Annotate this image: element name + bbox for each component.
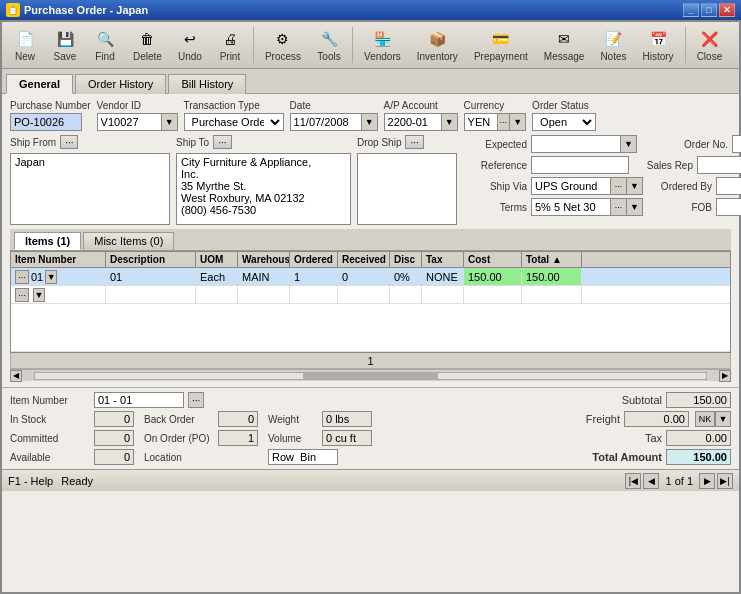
help-label: F1 - Help [8,475,53,487]
col-header-total: Total ▲ [522,252,582,267]
back-order-input[interactable] [218,411,258,427]
page-first-btn[interactable]: |◀ [625,473,641,489]
freight-row: Freight NK ▼ [531,411,731,427]
order-status-select[interactable]: Open [532,113,596,131]
vendor-id-input[interactable] [97,113,162,131]
delete-button[interactable]: 🗑 Delete [126,25,169,65]
new-button[interactable]: 📄 New [6,25,44,65]
tab-general[interactable]: General [6,74,73,94]
currency-dots-btn[interactable]: ··· [498,113,511,131]
cell-tax: NONE [422,268,464,285]
currency-input[interactable] [464,113,498,131]
volume-input[interactable] [322,430,372,446]
in-stock-input[interactable] [94,411,134,427]
inventory-button[interactable]: 📦 Inventory [410,25,465,65]
reference-input[interactable] [531,156,629,174]
terms-input[interactable] [531,198,611,216]
window-title: Purchase Order - Japan [24,4,148,16]
terms-dropdown-btn[interactable]: ▼ [627,198,643,216]
hscroll-thumb[interactable] [303,373,437,379]
ship-to-line5: (800) 456-7530 [181,204,346,216]
hscroll-track[interactable] [34,372,707,380]
ship-to-line2: Inc. [181,168,346,180]
transaction-type-select[interactable]: Purchase Order [184,113,284,131]
table-row[interactable]: ··· 01 ▼ 01 Each MAIN 1 0 0% NONE 150.00… [11,268,730,286]
prepayment-button[interactable]: 💳 Prepayment [467,25,535,65]
fob-input[interactable] [716,198,741,216]
history-button[interactable]: 📅 History [636,25,681,65]
page-last-btn[interactable]: ▶| [717,473,733,489]
ship-via-dots-btn[interactable]: ··· [611,177,627,195]
cell-cost: 150.00 [464,268,522,285]
expected-dropdown-btn[interactable]: ▼ [621,135,637,153]
form-area: Purchase Number Vendor ID ▼ Transaction … [2,94,739,387]
date-dropdown-btn[interactable]: ▼ [362,113,378,131]
save-button[interactable]: 💾 Save [46,25,84,65]
hscroll-right-btn[interactable]: ▶ [719,370,731,382]
terms-dots-btn[interactable]: ··· [611,198,627,216]
vendor-id-dropdown-btn[interactable]: ▼ [162,113,178,131]
date-input[interactable] [290,113,362,131]
bottom-right-summary: Subtotal Freight NK ▼ Tax Total Amount [531,392,731,465]
subtotal-row: Subtotal [531,392,731,408]
ship-via-input[interactable] [531,177,611,195]
ship-to-btn[interactable]: ··· [213,135,231,149]
ap-account-dropdown-btn[interactable]: ▼ [442,113,458,131]
notes-button[interactable]: 📝 Notes [593,25,633,65]
tab-misc-items[interactable]: Misc Items (0) [83,232,174,250]
ship-via-dropdown-btn[interactable]: ▼ [627,177,643,195]
minimize-button[interactable]: _ [683,3,699,17]
item-number-input[interactable] [94,392,184,408]
freight-dropdown-btn[interactable]: ▼ [715,411,731,427]
page-next-btn[interactable]: ▶ [699,473,715,489]
order-status-group: Order Status Open [532,100,596,131]
col-header-received: Received [338,252,390,267]
expected-input[interactable] [531,135,621,153]
row2-dots-btn[interactable]: ··· [15,288,29,302]
undo-button[interactable]: ↩ Undo [171,25,209,65]
order-no-input[interactable] [732,135,741,153]
row-dropdown-btn[interactable]: ▼ [45,270,57,284]
status-left: F1 - Help Ready [8,475,93,487]
available-input[interactable] [94,449,134,465]
status-right: |◀ ◀ 1 of 1 ▶ ▶| [625,473,733,489]
row-dots-btn[interactable]: ··· [15,270,29,284]
sales-rep-input[interactable] [697,156,741,174]
row2-dropdown-btn[interactable]: ▼ [33,288,45,302]
message-button[interactable]: ✉ Message [537,25,592,65]
find-button[interactable]: 🔍 Find [86,25,124,65]
tab-order-history[interactable]: Order History [75,74,166,94]
hscroll-left-btn[interactable]: ◀ [10,370,22,382]
purchase-number-group: Purchase Number [10,100,91,131]
close-button[interactable]: ✕ [719,3,735,17]
page-prev-btn[interactable]: ◀ [643,473,659,489]
item-number-dots-btn[interactable]: ··· [188,392,204,408]
on-order-input[interactable] [218,430,258,446]
ordered-by-input[interactable] [716,177,741,195]
grid-hscrollbar[interactable]: ◀ ▶ [10,369,731,381]
process-button[interactable]: ⚙ Process [258,25,308,65]
app-icon: 📋 [6,3,20,17]
tools-button[interactable]: 🔧 Tools [310,25,348,65]
ap-account-input[interactable] [384,113,442,131]
freight-code-btn[interactable]: NK [695,411,715,427]
purchase-number-input[interactable] [10,113,82,131]
committed-input[interactable] [94,430,134,446]
weight-input[interactable] [322,411,372,427]
table-row[interactable]: ··· ▼ [11,286,730,304]
print-button[interactable]: 🖨 Print [211,25,249,65]
tab-items[interactable]: Items (1) [14,232,81,250]
maximize-button[interactable]: □ [701,3,717,17]
currency-dropdown-btn[interactable]: ▼ [510,113,526,131]
freight-value[interactable] [624,411,689,427]
drop-ship-btn[interactable]: ··· [405,135,423,149]
toolbar: 📄 New 💾 Save 🔍 Find 🗑 Delete ↩ Undo 🖨 Pr… [2,22,739,69]
location-input[interactable] [268,449,338,465]
ship-from-btn[interactable]: ··· [60,135,78,149]
vendors-button[interactable]: 🏪 Vendors [357,25,408,65]
tab-bill-history[interactable]: Bill History [168,74,246,94]
close-window-button[interactable]: ❌ Close [690,25,730,65]
separator-1 [253,27,254,63]
cell-item-number-empty: ··· ▼ [11,286,106,303]
separator-2 [352,27,353,63]
